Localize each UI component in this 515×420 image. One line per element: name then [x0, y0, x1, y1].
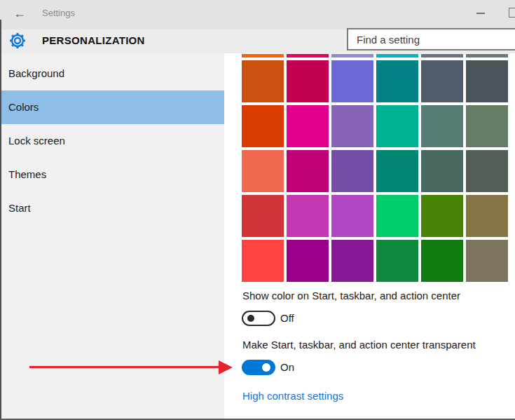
color-swatch[interactable]: [421, 150, 463, 192]
color-swatch[interactable]: [466, 60, 508, 102]
sidebar-item-lock-screen[interactable]: Lock screen: [0, 124, 224, 158]
transparency-label: Make Start, taskbar, and action center t…: [242, 339, 476, 351]
toggle-knob-icon: [262, 363, 270, 372]
color-grid: [242, 54, 508, 282]
color-swatch[interactable]: [421, 195, 463, 237]
color-swatch-partial[interactable]: [331, 54, 373, 57]
back-icon[interactable]: ←: [11, 4, 29, 22]
minimize-button[interactable]: [474, 7, 488, 20]
color-swatch[interactable]: [242, 195, 284, 237]
color-swatch-partial[interactable]: [242, 54, 284, 57]
sidebar: BackgroundColorsLock screenThemesStart: [0, 53, 224, 420]
color-swatch-partial[interactable]: [287, 54, 329, 57]
color-swatch[interactable]: [287, 195, 329, 237]
color-swatch[interactable]: [331, 105, 373, 147]
color-swatch[interactable]: [287, 240, 329, 282]
color-swatch-partial[interactable]: [466, 54, 508, 57]
color-swatch[interactable]: [421, 240, 463, 282]
color-swatch[interactable]: [287, 150, 329, 192]
color-swatch[interactable]: [331, 60, 373, 102]
color-swatch[interactable]: [376, 105, 418, 147]
sidebar-item-themes[interactable]: Themes: [0, 158, 224, 191]
color-swatch-partial[interactable]: [376, 54, 418, 57]
color-swatch[interactable]: [287, 105, 329, 147]
color-swatch[interactable]: [287, 60, 329, 102]
color-swatch[interactable]: [376, 60, 418, 102]
color-swatch[interactable]: [376, 150, 418, 192]
color-swatch[interactable]: [466, 105, 508, 147]
search-input[interactable]: [347, 28, 515, 50]
transparency-state: On: [280, 361, 294, 373]
color-swatch[interactable]: [242, 105, 284, 147]
color-swatch[interactable]: [376, 240, 418, 282]
color-swatch[interactable]: [242, 60, 284, 102]
page-title: PERSONALIZATION: [42, 34, 145, 46]
sidebar-item-start[interactable]: Start: [0, 191, 224, 225]
annotation-arrow-head-icon: [219, 360, 233, 374]
color-swatch[interactable]: [466, 150, 508, 192]
toggle-knob-icon: [247, 315, 254, 322]
color-swatch[interactable]: [421, 60, 463, 102]
window-title: Settings: [42, 8, 75, 18]
color-swatch[interactable]: [376, 195, 418, 237]
show-color-label: Show color on Start, taskbar, and action…: [242, 290, 460, 302]
color-swatch[interactable]: [242, 150, 284, 192]
color-swatch[interactable]: [331, 240, 373, 282]
show-color-state: Off: [280, 312, 294, 324]
minimize-icon: [476, 13, 485, 14]
color-swatch[interactable]: [331, 150, 373, 192]
title-bar: ← Settings: [0, 0, 515, 29]
high-contrast-link[interactable]: High contrast settings: [242, 390, 343, 402]
color-swatch[interactable]: [466, 195, 508, 237]
color-swatch[interactable]: [466, 240, 508, 282]
gear-icon: [8, 32, 27, 50]
color-swatch[interactable]: [242, 240, 284, 282]
window-left-border: [0, 20, 1, 420]
show-color-toggle[interactable]: [242, 311, 275, 326]
sidebar-item-background[interactable]: Background: [0, 57, 224, 90]
sidebar-item-colors[interactable]: Colors: [0, 90, 224, 124]
color-swatch[interactable]: [421, 105, 463, 147]
color-swatch[interactable]: [331, 195, 373, 237]
annotation-arrow-line: [29, 366, 220, 368]
transparency-toggle[interactable]: [242, 360, 275, 375]
maximize-button[interactable]: [509, 8, 515, 18]
color-swatch-partial[interactable]: [421, 54, 463, 57]
